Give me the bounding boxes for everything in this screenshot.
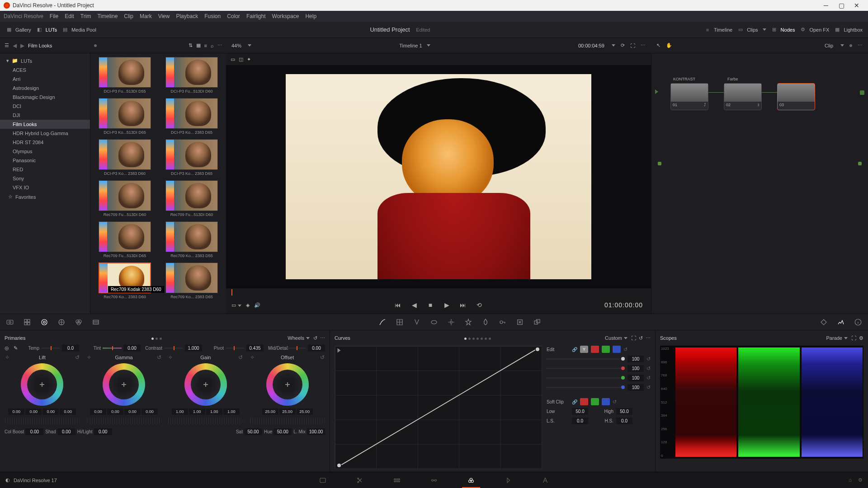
channel-b-button[interactable] <box>613 346 621 353</box>
key-icon[interactable] <box>498 318 507 327</box>
playhead[interactable] <box>231 289 232 296</box>
lut-item[interactable]: Rec709 Ko... 2383 D60 Rec709 Kodak 2383 … <box>94 263 156 299</box>
grid-view-icon[interactable]: ▦ <box>196 42 201 48</box>
motion-effects-icon[interactable] <box>91 318 100 327</box>
sizing-icon[interactable] <box>515 318 524 327</box>
offset-master-dial[interactable] <box>250 418 325 424</box>
menu-file[interactable]: File <box>50 13 58 19</box>
media-page-button[interactable] <box>318 475 328 485</box>
pointer-icon[interactable]: ↖ <box>656 42 660 48</box>
menu-trim[interactable]: Trim <box>80 13 91 19</box>
luts-toggle[interactable]: ◧LUTs <box>36 26 57 33</box>
info-icon[interactable] <box>854 318 863 327</box>
step-back-button[interactable]: ◀ <box>410 300 419 310</box>
curve-point[interactable] <box>536 347 539 351</box>
gamma-master-dial[interactable] <box>87 418 161 424</box>
lightbox-toggle[interactable]: ▦Lightbox <box>834 26 863 33</box>
fairlight-page-button[interactable] <box>503 475 513 485</box>
close-button[interactable]: ✕ <box>849 0 864 11</box>
colboost-value[interactable]: 0.00 <box>25 428 43 435</box>
magic-mask-icon[interactable] <box>464 318 473 327</box>
luts-folder-aces[interactable]: ACES <box>0 66 90 75</box>
histogram-toggle-icon[interactable] <box>338 348 341 353</box>
gain-master-dial[interactable] <box>168 418 243 424</box>
node-graph-panel[interactable]: KONTRAST 01⤴ Farbe 02⦀ 03 <box>651 53 868 314</box>
chevron-down-icon[interactable] <box>248 44 251 47</box>
chevron-down-icon[interactable] <box>612 44 615 47</box>
viewer-scrubber[interactable] <box>231 288 646 296</box>
page-dots[interactable] <box>151 335 163 341</box>
qualifier-icon[interactable] <box>412 318 421 327</box>
timeline-name[interactable]: Timeline 1 <box>399 43 422 48</box>
home-icon[interactable]: ⌂ <box>849 477 852 483</box>
marker-icon[interactable]: ◈ <box>246 302 250 308</box>
panel-options-icon[interactable]: ⋯ <box>320 335 325 341</box>
menu-workspace[interactable]: Workspace <box>272 13 299 19</box>
luts-root-folder[interactable]: ▾ 📁 LUTs <box>0 56 90 66</box>
lmix-value[interactable]: 100.00 <box>307 428 325 435</box>
chevron-down-icon[interactable] <box>844 337 848 339</box>
softclip-r-button[interactable] <box>580 398 588 405</box>
viewer-mode-icon[interactable]: ▭ <box>231 56 235 62</box>
curve-editor[interactable] <box>335 346 542 469</box>
yrgb-toggle-icon[interactable]: ✧ <box>5 354 9 361</box>
luts-folder-blackmagic[interactable]: Blackmagic Design <box>0 93 90 102</box>
lut-item[interactable]: DCI-P3 Ko...513DI D65 <box>94 98 156 135</box>
loop-button[interactable]: ⟲ <box>475 300 484 310</box>
reset-icon[interactable]: ↺ <box>623 347 627 352</box>
lut-item[interactable]: DCI-P3 Ko... 2383 D65 <box>161 139 222 176</box>
node-01[interactable]: 01⤴ <box>670 83 708 110</box>
options-icon[interactable]: ⋯ <box>217 42 222 48</box>
curves-tab-icon[interactable] <box>378 318 387 327</box>
link-icon[interactable]: 🔗 <box>572 399 577 404</box>
softclip-b-button[interactable] <box>602 398 610 405</box>
viewer-wand-icon[interactable]: ✦ <box>247 56 251 62</box>
bypass-icon[interactable]: ⟳ <box>621 42 625 48</box>
menu-timeline[interactable]: Timeline <box>97 13 118 19</box>
luts-favorites[interactable]: ☆ Favorites <box>0 192 90 202</box>
tracking-icon[interactable] <box>447 318 456 327</box>
panel-menu-icon[interactable]: ☰ <box>5 42 9 48</box>
color-page-button[interactable] <box>466 475 476 485</box>
scope-mode-select[interactable]: Parade <box>826 335 842 341</box>
menu-help[interactable]: Help <box>305 13 316 19</box>
scope-options-icon[interactable]: ⚙ <box>859 335 863 341</box>
panel-options-icon[interactable]: ⋯ <box>646 335 651 341</box>
shad-value[interactable]: 0.00 <box>57 428 75 435</box>
mediapool-toggle[interactable]: ▤Media Pool <box>61 26 96 33</box>
lut-item[interactable]: DCI-P3 Fu...513DI D55 <box>94 57 156 94</box>
chevron-down-icon[interactable] <box>427 44 430 47</box>
rgb-mixer-icon[interactable] <box>74 318 83 327</box>
menu-edit[interactable]: Edit <box>65 13 74 19</box>
lut-item[interactable]: Rec709 Fu...513DI D60 <box>94 180 156 217</box>
menu-playback[interactable]: Playback <box>176 13 198 19</box>
blur-icon[interactable] <box>481 318 490 327</box>
viewer-options-icon[interactable]: ⋯ <box>641 42 646 48</box>
contrast-value[interactable]: 1.000 <box>185 345 202 352</box>
fusion-page-button[interactable] <box>429 475 439 485</box>
node-options-icon[interactable]: ⋯ <box>858 42 863 48</box>
color-match-icon[interactable] <box>23 318 32 327</box>
lut-item[interactable]: Rec709 Ko... 2383 D65 <box>161 263 222 299</box>
pivot-value[interactable]: 0.435 <box>246 345 264 352</box>
yrgb-toggle-icon[interactable]: ✧ <box>87 354 91 361</box>
timeline-toggle[interactable]: ≡Timeline <box>704 26 732 33</box>
stop-button[interactable]: ■ <box>426 300 435 310</box>
curve-point[interactable] <box>337 464 341 467</box>
menu-mark[interactable]: Mark <box>140 13 152 19</box>
go-first-button[interactable]: ⏮ <box>393 300 402 310</box>
reset-icon[interactable]: ↺ <box>639 335 643 341</box>
luts-folder-astrodesign[interactable]: Astrodesign <box>0 84 90 93</box>
curve-page-dots[interactable] <box>463 335 492 341</box>
viewer-split-icon[interactable]: ◫ <box>239 56 243 62</box>
lut-item[interactable]: DCI-P3 Ko... 2383 D65 <box>161 98 222 135</box>
deliver-page-button[interactable] <box>540 475 550 485</box>
menu-fairlight[interactable]: Fairlight <box>246 13 266 19</box>
reset-icon[interactable]: ↺ <box>75 354 80 361</box>
viewer-canvas[interactable] <box>226 65 651 288</box>
menu-clip[interactable]: Clip <box>124 13 133 19</box>
gallery-toggle[interactable]: ▦Gallery <box>5 26 31 33</box>
chevron-down-icon[interactable] <box>624 337 627 339</box>
yrgb-toggle-icon[interactable]: ✧ <box>250 354 255 361</box>
gamma-wheel[interactable] <box>103 363 145 406</box>
